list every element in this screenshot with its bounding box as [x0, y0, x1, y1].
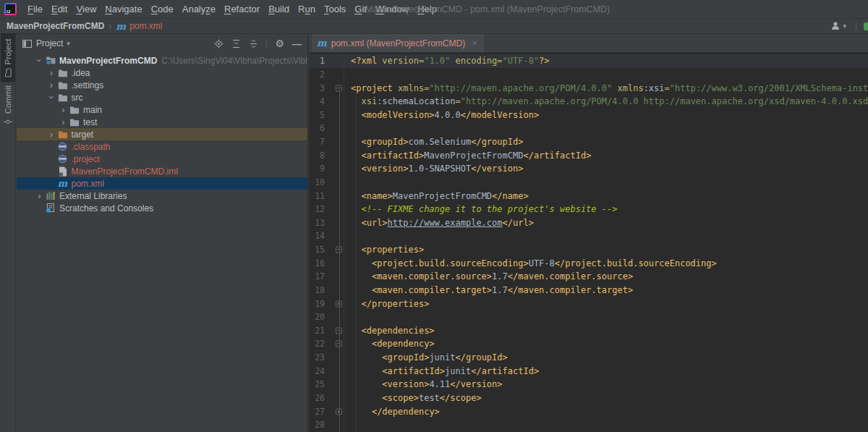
- code-line-18[interactable]: 18 <maven.compiler.target>1.7</maven.com…: [309, 284, 868, 297]
- window-title: MavenProjectFromCMD - pom.xml (MavenProj…: [365, 0, 610, 19]
- editor-tab-bar: m pom.xml (MavenProjectFromCMD) ×: [309, 34, 868, 53]
- code-line-text: <project.build.sourceEncoding>UTF-8</pro…: [344, 258, 717, 268]
- menu-item-view[interactable]: View: [72, 0, 101, 18]
- code-line-8[interactable]: 8 <artifactId>MavenProjectFromCMD</artif…: [309, 148, 868, 162]
- line-number: 5: [309, 110, 325, 120]
- line-number: 1: [309, 56, 325, 66]
- gutter-separator: [344, 53, 344, 432]
- code-line-10[interactable]: 10: [309, 176, 868, 190]
- line-number: 4: [309, 96, 325, 106]
- code-line-3[interactable]: 3−<project xmlns="http://maven.apache.or…: [309, 81, 868, 95]
- chevron-right-icon[interactable]: ›: [58, 117, 69, 127]
- line-number: 26: [309, 393, 325, 403]
- expand-all-icon[interactable]: [231, 39, 241, 48]
- gutter-fold-cell: [325, 391, 344, 405]
- folder-icon: [4, 68, 12, 77]
- code-line-25[interactable]: 25 <version>4.11</version>: [309, 378, 868, 391]
- code-line-text: <project xmlns="http://maven.apache.org/…: [344, 83, 868, 93]
- breadcrumb-file[interactable]: pom.xml: [129, 21, 162, 31]
- code-line-4[interactable]: 4 xsi:schemaLocation="http://maven.apach…: [309, 95, 868, 109]
- code-line-23[interactable]: 23 <groupId>junit</groupId>: [309, 351, 868, 365]
- gutter-fold-cell: [325, 284, 344, 297]
- editor-tab-pom-xml[interactable]: m pom.xml (MavenProjectFromCMD) ×: [312, 34, 484, 52]
- code-line-24[interactable]: 24 <artifactId>junit</artifactId>: [309, 364, 868, 378]
- code-line-7[interactable]: 7 <groupId>com.Selenium</groupId>: [309, 135, 868, 149]
- tree-row-external-libraries[interactable]: ›External Libraries: [17, 190, 307, 202]
- menu-item-code[interactable]: Code: [147, 0, 178, 18]
- tool-window-button-commit[interactable]: Commit: [1, 80, 15, 132]
- chevron-right-icon[interactable]: ›: [46, 130, 57, 139]
- tree-row-pom-xml[interactable]: mpom.xml: [17, 177, 307, 190]
- tree-item-label: External Libraries: [59, 191, 127, 201]
- code-line-5[interactable]: 5 <modelVersion>4.0.0</modelVersion>: [309, 109, 868, 122]
- tree-row--project[interactable]: .project: [17, 153, 307, 165]
- line-number: 23: [309, 352, 325, 363]
- code-line-1[interactable]: 1<?xml version="1.0" encoding="UTF-8"?>: [309, 54, 868, 68]
- code-line-19[interactable]: 19∧ </properties>: [309, 297, 868, 310]
- tree-row-main[interactable]: ›main: [17, 103, 307, 116]
- code-line-11[interactable]: 11 <name>MavenProjectFromCMD</name>: [309, 189, 868, 203]
- code-line-17[interactable]: 17 <maven.compiler.source>1.7</maven.com…: [309, 270, 868, 284]
- code-line-text: <dependencies>: [344, 326, 435, 336]
- code-line-13[interactable]: 13 <url>http://www.example.com</url>: [309, 216, 868, 230]
- code-line-27[interactable]: 27∧ </dependency>: [309, 405, 868, 418]
- chevron-down-icon[interactable]: ›: [47, 92, 56, 103]
- menu-item-navigate[interactable]: Navigate: [101, 0, 146, 18]
- tree-row-src[interactable]: ›src: [17, 91, 307, 103]
- code-line-2[interactable]: 2: [309, 68, 868, 82]
- code-line-20[interactable]: 20: [309, 310, 868, 324]
- fold-marker-icon[interactable]: −: [336, 85, 342, 91]
- tree-row-mavenprojectfromcmd-iml[interactable]: MavenProjectFromCMD.iml: [17, 165, 307, 177]
- user-dropdown[interactable]: ▾: [830, 21, 846, 30]
- tree-row-test[interactable]: ›test: [17, 116, 307, 128]
- chevron-right-icon[interactable]: ›: [46, 80, 57, 90]
- menu-item-build[interactable]: Build: [264, 0, 294, 18]
- tree-row--settings[interactable]: ›.settings: [17, 79, 307, 91]
- code-line-22[interactable]: 22− <dependency>: [309, 337, 868, 351]
- tool-window-button-project[interactable]: Project: [1, 34, 15, 82]
- green-indicator-icon[interactable]: [864, 22, 868, 30]
- code-line-9[interactable]: 9 <version>1.0-SNAPSHOT</version>: [309, 162, 868, 176]
- panel-title[interactable]: Project: [36, 38, 63, 48]
- tree-row--idea[interactable]: ›.idea: [17, 67, 307, 79]
- menu-item-file[interactable]: File: [23, 0, 47, 18]
- tree-row-scratches-and-consoles[interactable]: Scratches and Consoles: [17, 202, 307, 214]
- menu-item-run[interactable]: Run: [294, 0, 320, 18]
- code-line-text: <scope>test</scope>: [344, 393, 482, 403]
- line-number: 2: [309, 69, 325, 80]
- chevron-right-icon[interactable]: ›: [34, 191, 45, 200]
- code-line-text: xsi:schemaLocation="http://maven.apache.…: [344, 96, 868, 106]
- select-opened-file-icon[interactable]: [214, 39, 224, 48]
- tree-row--classpath[interactable]: .classpath: [17, 140, 307, 153]
- settings-gear-icon[interactable]: ⚙: [275, 38, 284, 48]
- close-icon[interactable]: ×: [472, 38, 477, 48]
- code-line-14[interactable]: 14: [309, 229, 868, 243]
- chevron-right-icon[interactable]: ›: [46, 68, 57, 77]
- chevron-down-icon[interactable]: ▾: [67, 40, 70, 47]
- code-line-12[interactable]: 12 <!-- FIXME change it to the project's…: [309, 203, 868, 216]
- project-folder-icon: [45, 55, 56, 67]
- collapse-all-icon[interactable]: [249, 39, 258, 48]
- tree-item-label: Scratches and Consoles: [59, 203, 153, 213]
- menu-item-analyze[interactable]: Analyze: [178, 0, 220, 18]
- gutter-fold-cell: ∧: [325, 297, 344, 310]
- menu-item-tools[interactable]: Tools: [320, 0, 350, 18]
- code-line-28[interactable]: 28: [309, 418, 868, 432]
- code-line-16[interactable]: 16 <project.build.sourceEncoding>UTF-8</…: [309, 256, 868, 270]
- code-line-26[interactable]: 26 <scope>test</scope>: [309, 391, 868, 405]
- code-line-6[interactable]: 6: [309, 122, 868, 135]
- code-line-21[interactable]: 21− <dependencies>: [309, 324, 868, 338]
- code-editor[interactable]: 1<?xml version="1.0" encoding="UTF-8"?>2…: [309, 53, 868, 432]
- tree-item-label: src: [72, 93, 83, 103]
- breadcrumb-separator-icon: ›: [109, 21, 111, 31]
- menu-item-edit[interactable]: Edit: [47, 0, 72, 18]
- maven-icon: m: [116, 22, 126, 31]
- tree-row-mavenprojectfromcmd[interactable]: ›MavenProjectFromCMDC:\Users\SingVi04\Vi…: [17, 54, 307, 67]
- chevron-down-icon[interactable]: ›: [35, 55, 44, 66]
- code-line-15[interactable]: 15− <properties>: [309, 243, 868, 257]
- breadcrumb-project[interactable]: MavenProjectFromCMD: [7, 21, 104, 31]
- menu-item-refactor[interactable]: Refactor: [220, 0, 264, 18]
- hide-panel-icon[interactable]: —: [292, 39, 302, 48]
- tree-row-target[interactable]: ›target: [17, 128, 307, 140]
- chevron-right-icon[interactable]: ›: [58, 105, 69, 114]
